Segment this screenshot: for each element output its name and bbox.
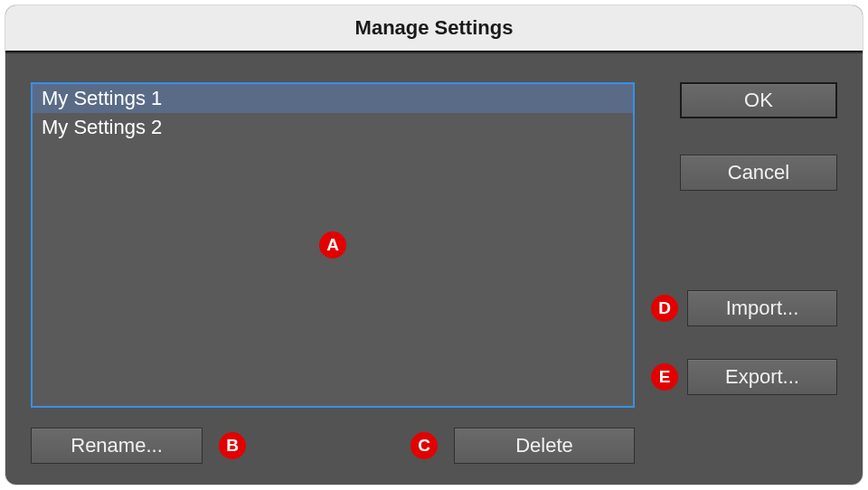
annotation-badge-d: D	[651, 295, 678, 322]
import-button[interactable]: Import...	[687, 290, 837, 326]
cancel-button[interactable]: Cancel	[680, 155, 837, 191]
export-button[interactable]: Export...	[687, 359, 837, 395]
annotation-badge-c: C	[410, 432, 438, 459]
annotation-badge-b: B	[219, 432, 246, 459]
dialog-body: My Settings 1 My Settings 2 A Rename... …	[5, 52, 863, 485]
list-item[interactable]: My Settings 2	[33, 113, 633, 142]
annotation-badge-e: E	[651, 363, 678, 391]
ok-button[interactable]: OK	[680, 82, 837, 118]
delete-button[interactable]: Delete	[454, 428, 635, 464]
right-column: OK Cancel D Import... E Export...	[656, 82, 837, 464]
bottom-button-row: Rename... B C Delete	[31, 428, 635, 464]
manage-settings-dialog: Manage Settings My Settings 1 My Setting…	[5, 5, 863, 485]
left-column: My Settings 1 My Settings 2 A Rename... …	[31, 82, 635, 464]
dialog-title: Manage Settings	[5, 5, 863, 52]
annotation-badge-a: A	[319, 231, 346, 259]
list-item[interactable]: My Settings 1	[33, 84, 633, 113]
rename-button[interactable]: Rename...	[31, 428, 203, 464]
settings-listbox[interactable]: My Settings 1 My Settings 2 A	[31, 82, 635, 408]
